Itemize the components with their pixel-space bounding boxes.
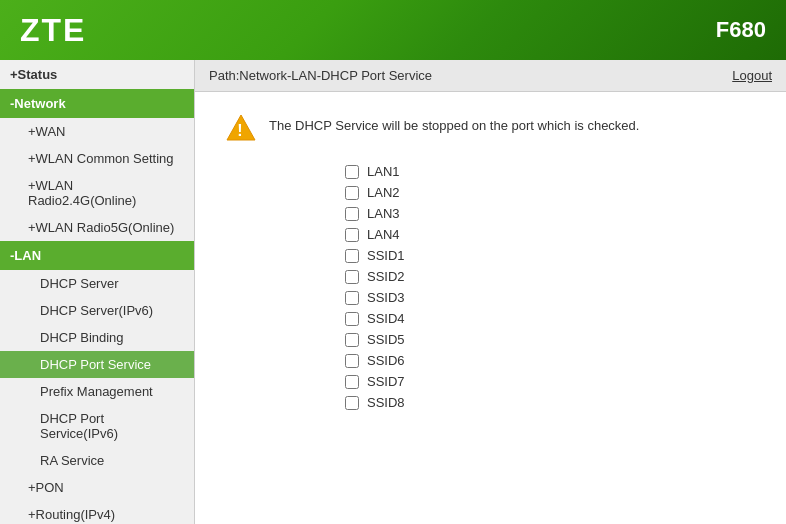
model-number: F680: [716, 17, 766, 43]
label-ssid8[interactable]: SSID8: [367, 395, 405, 410]
port-item-ssid2: SSID2: [345, 269, 756, 284]
sidebar-item-dhcp-port-service[interactable]: DHCP Port Service: [0, 351, 194, 378]
port-item-lan1: LAN1: [345, 164, 756, 179]
label-lan3[interactable]: LAN3: [367, 206, 400, 221]
svg-text:!: !: [237, 122, 242, 139]
main-content: Path:Network-LAN-DHCP Port Service Logou…: [195, 60, 786, 524]
label-ssid6[interactable]: SSID6: [367, 353, 405, 368]
checkbox-ssid1[interactable]: [345, 249, 359, 263]
sidebar: +Status-Network+WAN+WLAN Common Setting+…: [0, 60, 195, 524]
logout-link[interactable]: Logout: [732, 68, 772, 83]
sidebar-item-network[interactable]: -Network: [0, 89, 194, 118]
breadcrumb: Path:Network-LAN-DHCP Port Service: [209, 68, 432, 83]
sidebar-item-dhcp-port-ipv6[interactable]: DHCP Port Service(IPv6): [0, 405, 194, 447]
label-ssid7[interactable]: SSID7: [367, 374, 405, 389]
label-ssid4[interactable]: SSID4: [367, 311, 405, 326]
checkbox-ssid6[interactable]: [345, 354, 359, 368]
header: ZTE F680: [0, 0, 786, 60]
label-ssid2[interactable]: SSID2: [367, 269, 405, 284]
port-item-ssid7: SSID7: [345, 374, 756, 389]
port-item-ssid6: SSID6: [345, 353, 756, 368]
zte-logo: ZTE: [20, 12, 86, 49]
port-item-ssid3: SSID3: [345, 290, 756, 305]
sidebar-item-dhcp-server[interactable]: DHCP Server: [0, 270, 194, 297]
label-ssid5[interactable]: SSID5: [367, 332, 405, 347]
checkbox-lan1[interactable]: [345, 165, 359, 179]
label-ssid1[interactable]: SSID1: [367, 248, 405, 263]
checkbox-ssid3[interactable]: [345, 291, 359, 305]
label-lan4[interactable]: LAN4: [367, 227, 400, 242]
sidebar-item-wan[interactable]: +WAN: [0, 118, 194, 145]
port-item-ssid1: SSID1: [345, 248, 756, 263]
checkbox-ssid2[interactable]: [345, 270, 359, 284]
label-lan2[interactable]: LAN2: [367, 185, 400, 200]
checkbox-ssid5[interactable]: [345, 333, 359, 347]
content-area: ! The DHCP Service will be stopped on th…: [195, 92, 786, 436]
sidebar-item-wlan-common[interactable]: +WLAN Common Setting: [0, 145, 194, 172]
port-item-lan2: LAN2: [345, 185, 756, 200]
port-item-lan3: LAN3: [345, 206, 756, 221]
port-item-ssid5: SSID5: [345, 332, 756, 347]
checkbox-lan4[interactable]: [345, 228, 359, 242]
sidebar-item-prefix-management[interactable]: Prefix Management: [0, 378, 194, 405]
warning-icon: !: [225, 112, 257, 144]
port-item-ssid4: SSID4: [345, 311, 756, 326]
checkbox-ssid7[interactable]: [345, 375, 359, 389]
label-lan1[interactable]: LAN1: [367, 164, 400, 179]
warning-message: The DHCP Service will be stopped on the …: [269, 112, 639, 133]
port-item-ssid8: SSID8: [345, 395, 756, 410]
port-list: LAN1LAN2LAN3LAN4SSID1SSID2SSID3SSID4SSID…: [345, 164, 756, 410]
checkbox-ssid4[interactable]: [345, 312, 359, 326]
warning-box: ! The DHCP Service will be stopped on th…: [225, 112, 756, 144]
sidebar-item-dhcp-binding[interactable]: DHCP Binding: [0, 324, 194, 351]
label-ssid3[interactable]: SSID3: [367, 290, 405, 305]
breadcrumb-bar: Path:Network-LAN-DHCP Port Service Logou…: [195, 60, 786, 92]
checkbox-ssid8[interactable]: [345, 396, 359, 410]
sidebar-item-wlan-radio5g[interactable]: +WLAN Radio5G(Online): [0, 214, 194, 241]
layout: +Status-Network+WAN+WLAN Common Setting+…: [0, 60, 786, 524]
sidebar-item-pon[interactable]: +PON: [0, 474, 194, 501]
sidebar-item-routing-ipv4[interactable]: +Routing(IPv4): [0, 501, 194, 524]
sidebar-item-dhcp-server-ipv6[interactable]: DHCP Server(IPv6): [0, 297, 194, 324]
port-item-lan4: LAN4: [345, 227, 756, 242]
checkbox-lan2[interactable]: [345, 186, 359, 200]
sidebar-item-status[interactable]: +Status: [0, 60, 194, 89]
sidebar-item-ra-service[interactable]: RA Service: [0, 447, 194, 474]
sidebar-item-lan[interactable]: -LAN: [0, 241, 194, 270]
checkbox-lan3[interactable]: [345, 207, 359, 221]
sidebar-item-wlan-radio24[interactable]: +WLAN Radio2.4G(Online): [0, 172, 194, 214]
